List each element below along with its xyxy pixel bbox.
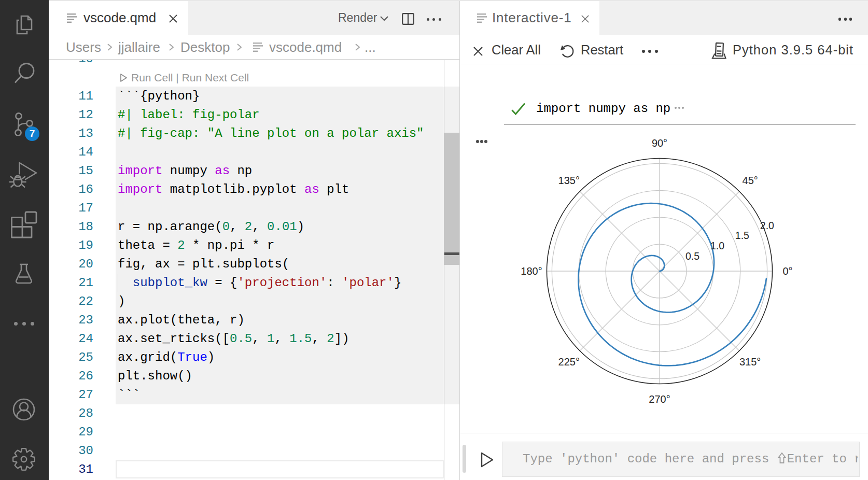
- svg-text:270°: 270°: [649, 393, 670, 405]
- svg-text:45°: 45°: [743, 175, 758, 186]
- svg-text:0.5: 0.5: [685, 250, 699, 262]
- svg-text:135°: 135°: [558, 175, 580, 186]
- svg-text:1.5: 1.5: [735, 230, 749, 241]
- svg-text:315°: 315°: [739, 356, 761, 368]
- svg-text:2.0: 2.0: [760, 220, 774, 231]
- svg-text:90°: 90°: [652, 137, 667, 149]
- svg-text:1.0: 1.0: [710, 240, 724, 251]
- svg-text:180°: 180°: [521, 265, 542, 277]
- svg-text:225°: 225°: [558, 356, 580, 368]
- svg-text:0°: 0°: [782, 265, 792, 277]
